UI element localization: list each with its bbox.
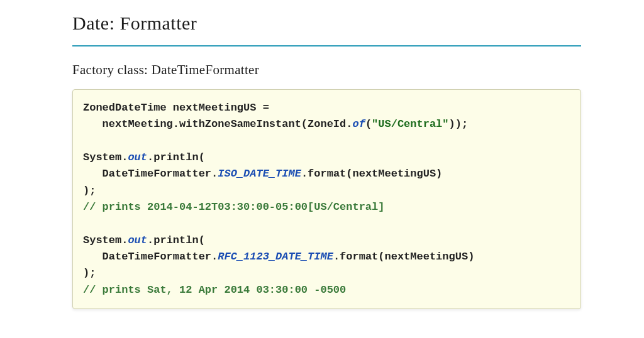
code-text: ( bbox=[365, 118, 372, 130]
code-static-ref: ISO_DATE_TIME bbox=[218, 168, 301, 180]
code-text: DateTimeFormatter. bbox=[83, 168, 218, 180]
code-text: .format(nextMeetingUS) bbox=[333, 251, 474, 263]
code-text: .println( bbox=[147, 151, 205, 163]
code-static-ref: RFC_1123_DATE_TIME bbox=[218, 251, 333, 263]
heading-underline bbox=[72, 45, 581, 46]
code-text: )); bbox=[449, 118, 469, 130]
code-string-literal: "US/Central" bbox=[372, 118, 448, 130]
code-block: ZonedDateTime nextMeetingUS = nextMeetin… bbox=[72, 89, 581, 309]
code-static-ref: of bbox=[352, 118, 365, 130]
code-text: System. bbox=[83, 234, 128, 246]
code-text: ZonedDateTime nextMeetingUS = bbox=[83, 102, 269, 114]
code-text: .println( bbox=[147, 234, 205, 246]
code-text: nextMeeting.withZoneSameInstant(ZoneId. bbox=[83, 118, 352, 130]
code-text: ); bbox=[83, 185, 96, 197]
code-text: ); bbox=[83, 267, 96, 279]
code-text: .format(nextMeetingUS) bbox=[301, 168, 442, 180]
code-comment: // prints 2014-04-12T03:30:00-05:00[US/C… bbox=[83, 201, 384, 213]
code-static-ref: out bbox=[128, 151, 147, 163]
slide-heading: Date: Formatter bbox=[72, 13, 581, 34]
code-comment: // prints Sat, 12 Apr 2014 03:30:00 -050… bbox=[83, 284, 346, 296]
code-text: DateTimeFormatter. bbox=[83, 251, 218, 263]
code-text: System. bbox=[83, 151, 128, 163]
slide-subheading: Factory class: DateTimeFormatter bbox=[72, 62, 581, 78]
code-static-ref: out bbox=[128, 234, 147, 246]
